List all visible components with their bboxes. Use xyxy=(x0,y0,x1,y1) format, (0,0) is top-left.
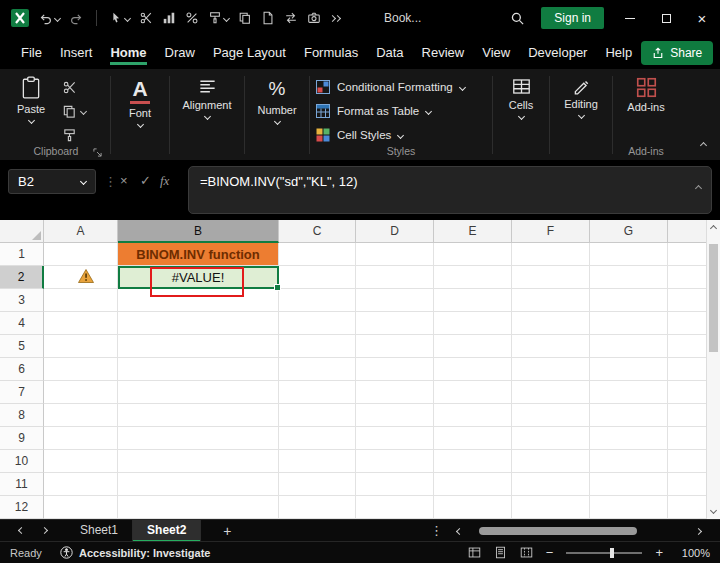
cell-C5[interactable] xyxy=(279,335,356,358)
document-button[interactable] xyxy=(261,11,275,25)
format-as-table-button[interactable]: Format as Table xyxy=(316,101,486,121)
cell-D10[interactable] xyxy=(356,450,434,473)
row-header-3[interactable]: 3 xyxy=(0,289,44,312)
cell-B4[interactable] xyxy=(118,312,279,335)
cell-D12[interactable] xyxy=(356,496,434,519)
cell-A11[interactable] xyxy=(44,473,118,496)
cell-G2[interactable] xyxy=(590,266,668,289)
column-header-D[interactable]: D xyxy=(356,220,434,243)
row-header-5[interactable]: 5 xyxy=(0,335,44,358)
cell-F5[interactable] xyxy=(512,335,590,358)
cell-C10[interactable] xyxy=(279,450,356,473)
cell-B7[interactable] xyxy=(118,381,279,404)
cell-E1[interactable] xyxy=(434,243,512,266)
insert-function-icon[interactable]: fx xyxy=(160,173,169,189)
cell-D6[interactable] xyxy=(356,358,434,381)
scroll-down-arrow[interactable] xyxy=(710,507,717,514)
cell-A6[interactable] xyxy=(44,358,118,381)
chart-button[interactable] xyxy=(162,11,176,25)
alignment-group-button[interactable]: Alignment xyxy=(176,74,238,160)
cut-button[interactable] xyxy=(62,80,86,95)
collapse-formula-bar-chevron[interactable] xyxy=(696,179,701,194)
cell-E8[interactable] xyxy=(434,404,512,427)
excel-app-icon[interactable] xyxy=(10,8,30,28)
cell-B10[interactable] xyxy=(118,450,279,473)
cell-E9[interactable] xyxy=(434,427,512,450)
percent-style-button[interactable] xyxy=(185,11,199,25)
row-header-9[interactable]: 9 xyxy=(0,427,44,450)
tab-help[interactable]: Help xyxy=(596,36,641,69)
cell-B1[interactable]: BINOM.INV function xyxy=(118,243,279,266)
cell-G5[interactable] xyxy=(590,335,668,358)
cancel-icon[interactable]: × xyxy=(120,173,128,188)
cell-B5[interactable] xyxy=(118,335,279,358)
cell-F6[interactable] xyxy=(512,358,590,381)
cell-D8[interactable] xyxy=(356,404,434,427)
scroll-left-arrow[interactable] xyxy=(456,527,463,534)
cell-F2[interactable] xyxy=(512,266,590,289)
row-header-4[interactable]: 4 xyxy=(0,312,44,335)
horizontal-scroll-thumb[interactable] xyxy=(479,527,637,535)
toolbar-overflow-button[interactable] xyxy=(330,16,340,21)
cell-C6[interactable] xyxy=(279,358,356,381)
row-header-2[interactable]: 2 xyxy=(0,266,44,289)
cell-E12[interactable] xyxy=(434,496,512,519)
accessibility-checker[interactable]: Accessibility: Investigate xyxy=(60,546,210,559)
new-sheet-button[interactable]: + xyxy=(217,523,237,539)
paste-button[interactable]: Paste xyxy=(8,74,54,144)
enter-icon[interactable]: ✓ xyxy=(140,173,151,188)
cell-C11[interactable] xyxy=(279,473,356,496)
zoom-slider[interactable] xyxy=(566,552,642,554)
cell-B2[interactable]: #VALUE! xyxy=(118,266,279,289)
format-painter-button[interactable] xyxy=(208,11,229,25)
cell-E10[interactable] xyxy=(434,450,512,473)
tab-draw[interactable]: Draw xyxy=(156,36,204,69)
cell-D1[interactable] xyxy=(356,243,434,266)
fill-handle[interactable] xyxy=(274,284,281,291)
sheet-tab-sheet1[interactable]: Sheet1 xyxy=(66,520,133,542)
cell-A3[interactable] xyxy=(44,289,118,312)
cell-B6[interactable] xyxy=(118,358,279,381)
cell-B8[interactable] xyxy=(118,404,279,427)
cell-A1[interactable] xyxy=(44,243,118,266)
cell-F11[interactable] xyxy=(512,473,590,496)
previous-sheet-arrow[interactable] xyxy=(18,527,25,534)
sheet-tab-sheet2[interactable]: Sheet2 xyxy=(133,520,201,542)
name-box[interactable]: B2 xyxy=(8,169,96,194)
editing-group-button[interactable]: Editing xyxy=(556,74,606,160)
tab-insert[interactable]: Insert xyxy=(51,36,102,69)
copy-button[interactable] xyxy=(238,11,252,25)
cell-A8[interactable] xyxy=(44,404,118,427)
page-break-preview-icon[interactable] xyxy=(520,546,533,559)
copy-button[interactable] xyxy=(62,104,86,119)
cell-D9[interactable] xyxy=(356,427,434,450)
next-sheet-arrow[interactable] xyxy=(41,527,48,534)
page-layout-view-icon[interactable] xyxy=(494,546,507,559)
cell-C9[interactable] xyxy=(279,427,356,450)
cell-G12[interactable] xyxy=(590,496,668,519)
search-icon[interactable] xyxy=(510,11,525,26)
cell-E4[interactable] xyxy=(434,312,512,335)
cell-D3[interactable] xyxy=(356,289,434,312)
cell-C2[interactable] xyxy=(279,266,356,289)
cells-group-button[interactable]: Cells xyxy=(499,74,543,160)
cut-button[interactable] xyxy=(139,11,153,25)
font-group-button[interactable]: A Font xyxy=(117,74,163,160)
switch-windows-button[interactable] xyxy=(284,11,298,25)
share-button[interactable]: Share xyxy=(641,41,713,65)
cell-E3[interactable] xyxy=(434,289,512,312)
row-header-6[interactable]: 6 xyxy=(0,358,44,381)
cell-E7[interactable] xyxy=(434,381,512,404)
scroll-right-arrow[interactable] xyxy=(695,527,702,534)
column-header-B[interactable]: B xyxy=(118,220,279,243)
zoom-level[interactable]: 100% xyxy=(676,547,710,559)
tab-developer[interactable]: Developer xyxy=(519,36,596,69)
cell-A5[interactable] xyxy=(44,335,118,358)
cell-B3[interactable] xyxy=(118,289,279,312)
collapse-ribbon-button[interactable] xyxy=(701,134,706,152)
cell-F7[interactable] xyxy=(512,381,590,404)
conditional-formatting-button[interactable]: Conditional Formatting xyxy=(316,77,486,97)
cell-C8[interactable] xyxy=(279,404,356,427)
redo-button[interactable] xyxy=(69,11,84,26)
tab-file[interactable]: File xyxy=(12,36,51,69)
